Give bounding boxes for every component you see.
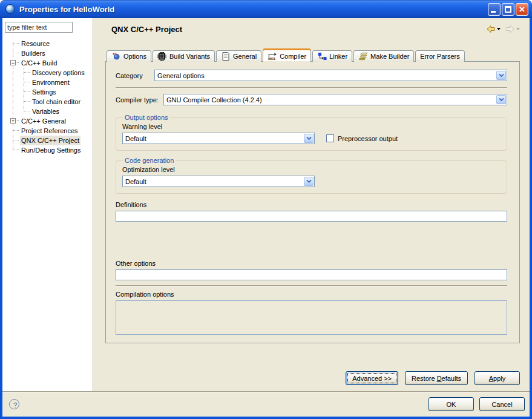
tree-item-tool-chain-editor[interactable]: Tool chain editor xyxy=(2,97,93,107)
minimize-button[interactable] xyxy=(488,3,501,16)
tab-label: Error Parsers xyxy=(420,53,459,60)
definitions-input[interactable] xyxy=(116,211,507,222)
tree-item-variables[interactable]: Variables xyxy=(2,107,93,116)
optimization-level-select[interactable]: Default xyxy=(122,176,315,187)
preprocessor-output-label: Preprocessor output xyxy=(338,135,398,142)
code-generation-legend: Code generation xyxy=(123,157,176,164)
advanced-button[interactable]: Advanced >> xyxy=(346,371,398,385)
help-button[interactable]: ? xyxy=(9,399,19,409)
tab-make-builder[interactable]: Make Builder xyxy=(353,50,414,62)
tab-label: Build Variants xyxy=(169,53,210,60)
category-label: Category xyxy=(116,72,149,79)
page-title: QNX C/C++ Project xyxy=(111,25,182,34)
separator xyxy=(116,285,507,286)
maximize-icon xyxy=(505,6,511,13)
chevron-down-icon[interactable] xyxy=(496,95,506,104)
tree-item-environment[interactable]: Environment xyxy=(2,78,93,87)
tree-item-discovery-options[interactable]: Discovery options xyxy=(2,68,93,78)
warning-level-select[interactable]: Default xyxy=(122,133,315,144)
link-nodes-icon xyxy=(317,52,327,61)
cancel-button[interactable]: Cancel xyxy=(479,397,525,411)
forward-arrow-icon xyxy=(505,24,515,34)
page-header: QNX C/C++ Project xyxy=(98,18,530,40)
tree-item-ccpp-build[interactable]: C/C++ Build xyxy=(2,58,93,68)
definitions-label: Definitions xyxy=(116,201,507,208)
tab-general[interactable]: General xyxy=(216,50,261,62)
sidebar: Resource Builders C/C++ Build Discovery … xyxy=(2,18,93,391)
bottom-bar: ? OK Cancel xyxy=(2,391,530,417)
forward-button[interactable] xyxy=(504,23,521,35)
tab-label: General xyxy=(233,53,257,60)
chip-icon xyxy=(157,52,167,61)
close-icon: ✕ xyxy=(516,4,528,15)
separator xyxy=(116,87,507,88)
tab-build-variants[interactable]: Build Variants xyxy=(153,50,215,62)
category-value: General options xyxy=(157,72,205,79)
ok-button[interactable]: OK xyxy=(429,397,474,411)
tab-label: Linker xyxy=(329,53,347,60)
tree-item-qnx-ccpp-project[interactable]: QNX C/C++ Project xyxy=(2,136,93,145)
chevron-down-icon[interactable] xyxy=(304,177,314,186)
titlebar[interactable]: Properties for HelloWorld ✕ xyxy=(0,0,532,18)
compiler-tab-panel: Category General options Compiler type: … xyxy=(105,61,520,343)
output-options-group: Output options Warning level Default Pre… xyxy=(116,114,507,151)
tab-label: Compiler xyxy=(280,53,306,60)
tab-compiler[interactable]: 0011 Compiler xyxy=(263,48,311,62)
tab-linker[interactable]: Linker xyxy=(312,50,352,62)
tree-item-project-references[interactable]: Project References xyxy=(2,126,93,136)
minimize-icon xyxy=(491,11,496,13)
svg-text:0011: 0011 xyxy=(268,56,275,60)
tab-options[interactable]: Options xyxy=(107,50,151,62)
back-arrow-icon xyxy=(486,24,496,34)
forward-dropdown-icon[interactable] xyxy=(516,28,520,30)
warning-level-value: Default xyxy=(125,135,146,142)
window-title: Properties for HelloWorld xyxy=(19,5,487,14)
history-nav xyxy=(485,23,521,35)
compilation-options-textarea[interactable] xyxy=(116,300,507,335)
warning-level-label: Warning level xyxy=(122,123,501,130)
other-options-label: Other options xyxy=(116,260,507,267)
output-options-legend: Output options xyxy=(123,114,170,121)
tree-item-resource[interactable]: Resource xyxy=(2,39,93,48)
layers-icon xyxy=(358,52,368,61)
apply-button[interactable]: Apply xyxy=(475,371,520,385)
action-buttons: Advanced >> Restore Defaults Apply xyxy=(346,371,520,385)
filter-input[interactable] xyxy=(5,22,73,33)
properties-tree: Resource Builders C/C++ Build Discovery … xyxy=(2,39,93,155)
expand-icon[interactable] xyxy=(10,118,16,124)
compiler-type-select[interactable]: GNU Compiler Collection (4.2.4) xyxy=(163,94,507,105)
tree-item-settings[interactable]: Settings xyxy=(2,87,93,97)
tree-item-builders[interactable]: Builders xyxy=(2,48,93,58)
category-select[interactable]: General options xyxy=(154,70,507,81)
tree-item-run-debug-settings[interactable]: Run/Debug Settings xyxy=(2,145,93,155)
maximize-button[interactable] xyxy=(502,3,514,16)
back-dropdown-icon[interactable] xyxy=(497,28,501,30)
close-button[interactable]: ✕ xyxy=(516,3,528,16)
restore-defaults-button[interactable]: Restore Defaults xyxy=(405,371,468,385)
binary-icon: 0011 xyxy=(268,52,277,61)
tab-error-parsers[interactable]: Error Parsers xyxy=(415,50,464,62)
ok-cancel-group: OK Cancel xyxy=(429,397,525,411)
chevron-down-icon[interactable] xyxy=(496,71,506,80)
collapse-icon[interactable] xyxy=(10,60,16,65)
optimization-level-value: Default xyxy=(125,178,146,185)
main-panel: QNX C/C++ Project xyxy=(98,18,530,391)
tab-bar: Options Build Variants General 00 xyxy=(107,48,466,62)
compilation-options-label: Compilation options xyxy=(116,291,507,298)
tab-label: Make Builder xyxy=(370,53,409,60)
preprocessor-output-checkbox[interactable] xyxy=(326,134,334,142)
app-orb-icon xyxy=(5,4,15,14)
other-options-input[interactable] xyxy=(116,269,507,280)
document-icon xyxy=(221,52,231,61)
tab-label: Options xyxy=(123,53,146,60)
chevron-down-icon[interactable] xyxy=(304,134,314,143)
tree-item-ccpp-general[interactable]: C/C++ General xyxy=(2,116,93,126)
code-generation-group: Code generation Optimization level Defau… xyxy=(116,157,507,194)
back-button[interactable] xyxy=(485,23,502,35)
compiler-type-row: Compiler type: GNU Compiler Collection (… xyxy=(116,94,507,105)
dialog-body: Resource Builders C/C++ Build Discovery … xyxy=(2,18,530,417)
options-icon xyxy=(111,52,121,61)
compiler-type-label: Compiler type: xyxy=(116,96,159,104)
category-row: Category General options xyxy=(116,70,507,81)
compiler-type-value: GNU Compiler Collection (4.2.4) xyxy=(166,96,262,104)
